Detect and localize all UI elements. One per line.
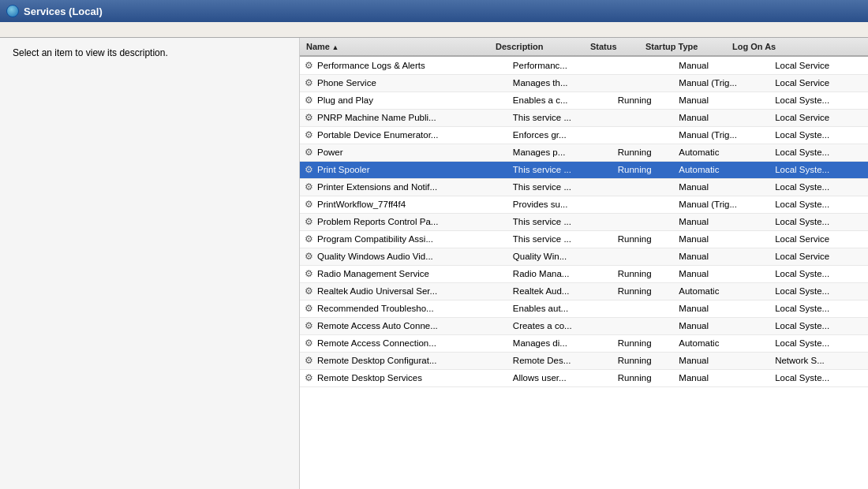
service-status: Running: [615, 230, 676, 248]
table-row[interactable]: ⚙Phone ServiceManages th...Manual (Trig.…: [300, 74, 868, 91]
table-row[interactable]: ⚙Remote Desktop Configurat...Remote Des.…: [300, 352, 868, 369]
table-row[interactable]: ⚙Radio Management ServiceRadio Mana...Ru…: [300, 265, 868, 282]
service-startup-type: Automatic: [675, 161, 772, 178]
service-description: Quality Win...: [510, 248, 615, 265]
service-status: Running: [615, 334, 676, 352]
service-name: Print Spooler: [317, 165, 369, 174]
table-row[interactable]: ⚙PowerManages p...RunningAutomaticLocal …: [300, 144, 868, 161]
service-logon-as: Local Service: [772, 109, 868, 126]
service-status: Running: [615, 91, 676, 109]
services-table: ⚙Performance Logs & AlertsPerformanc...M…: [300, 57, 868, 387]
service-status: Running: [615, 144, 676, 161]
service-logon-as: Local Syste...: [772, 178, 868, 196]
service-startup-type: Manual: [675, 352, 772, 369]
service-startup-type: Manual: [675, 317, 772, 334]
service-description: This service ...: [510, 213, 615, 230]
service-logon-as: Local Service: [772, 57, 868, 74]
table-row[interactable]: ⚙Remote Access Connection...Manages di..…: [300, 334, 868, 352]
table-row[interactable]: ⚙Performance Logs & AlertsPerformanc...M…: [300, 57, 868, 74]
service-status: [615, 109, 676, 126]
window-title: Services (Local): [24, 6, 103, 17]
service-gear-icon: ⚙: [303, 77, 314, 88]
service-name: Power: [317, 147, 343, 157]
service-gear-icon: ⚙: [303, 147, 314, 158]
service-gear-icon: ⚙: [303, 233, 314, 244]
service-name: Remote Access Connection...: [317, 338, 436, 348]
service-name: Quality Windows Audio Vid...: [317, 252, 433, 261]
service-name: Remote Desktop Configurat...: [317, 356, 437, 365]
service-status: [615, 213, 676, 230]
service-name: Performance Logs & Alerts: [317, 61, 425, 70]
services-panel[interactable]: Name Description Status Startup Type Log…: [300, 38, 868, 489]
service-gear-icon: ⚙: [303, 95, 314, 106]
service-name: Realtek Audio Universal Ser...: [317, 286, 437, 296]
service-logon-as: Local Syste...: [772, 213, 868, 230]
col-header-description[interactable]: Description: [492, 42, 587, 51]
service-logon-as: Local Syste...: [772, 282, 868, 300]
service-startup-type: Manual: [675, 230, 772, 248]
service-status: Running: [615, 369, 676, 386]
service-logon-as: Local Service: [772, 230, 868, 248]
service-description: Realtek Aud...: [510, 282, 615, 300]
table-row[interactable]: ⚙Quality Windows Audio Vid...Quality Win…: [300, 248, 868, 265]
service-startup-type: Manual: [675, 369, 772, 386]
services-icon: [6, 5, 19, 17]
service-gear-icon: ⚙: [303, 372, 314, 383]
service-description: This service ...: [510, 161, 615, 178]
service-logon-as: Local Syste...: [772, 91, 868, 109]
service-name: Problem Reports Control Pa...: [317, 217, 438, 226]
table-row[interactable]: ⚙Program Compatibility Assi...This servi…: [300, 230, 868, 248]
service-startup-type: Manual: [675, 178, 772, 196]
service-status: Running: [615, 282, 676, 300]
column-headers: Name Description Status Startup Type Log…: [300, 38, 868, 57]
table-row[interactable]: ⚙Realtek Audio Universal Ser...Realtek A…: [300, 282, 868, 300]
table-row[interactable]: ⚙Printer Extensions and Notif...This ser…: [300, 178, 868, 196]
service-name: Printer Extensions and Notif...: [317, 182, 437, 192]
service-startup-type: Manual: [675, 265, 772, 282]
service-description: This service ...: [510, 230, 615, 248]
service-description: Manages di...: [510, 334, 615, 352]
service-status: [615, 178, 676, 196]
table-row[interactable]: ⚙PrintWorkflow_77ff4f4Provides su...Manu…: [300, 196, 868, 213]
service-startup-type: Automatic: [675, 334, 772, 352]
table-row[interactable]: ⚙Plug and PlayEnables a c...RunningManua…: [300, 91, 868, 109]
service-startup-type: Automatic: [675, 282, 772, 300]
table-row[interactable]: ⚙PNRP Machine Name Publi...This service …: [300, 109, 868, 126]
col-header-startup[interactable]: Startup Type: [642, 42, 729, 51]
table-row[interactable]: ⚙Recommended Troublesho...Enables aut...…: [300, 300, 868, 317]
service-gear-icon: ⚙: [303, 129, 314, 140]
service-logon-as: Local Service: [772, 248, 868, 265]
table-row[interactable]: ⚙Remote Access Auto Conne...Creates a co…: [300, 317, 868, 334]
service-startup-type: Manual (Trig...: [675, 196, 772, 213]
services-list-scroll[interactable]: ⚙Performance Logs & AlertsPerformanc...M…: [300, 57, 868, 489]
service-startup-type: Manual: [675, 213, 772, 230]
table-row[interactable]: ⚙Remote Desktop ServicesAllows user...Ru…: [300, 369, 868, 386]
table-row[interactable]: ⚙Problem Reports Control Pa...This servi…: [300, 213, 868, 230]
service-name: Program Compatibility Assi...: [317, 234, 433, 244]
service-logon-as: Local Syste...: [772, 144, 868, 161]
col-header-logon[interactable]: Log On As: [729, 42, 816, 51]
service-description: Enables a c...: [510, 91, 615, 109]
table-row[interactable]: ⚙Print SpoolerThis service ...RunningAut…: [300, 161, 868, 178]
service-logon-as: Local Syste...: [772, 161, 868, 178]
col-header-name[interactable]: Name: [303, 42, 492, 51]
service-name: Plug and Play: [317, 95, 373, 105]
service-logon-as: Local Syste...: [772, 126, 868, 144]
service-name: Recommended Troublesho...: [317, 304, 434, 313]
service-startup-type: Manual (Trig...: [675, 74, 772, 91]
service-logon-as: Network S...: [772, 352, 868, 369]
service-startup-type: Manual: [675, 248, 772, 265]
service-gear-icon: ⚙: [303, 303, 314, 314]
service-status: Running: [615, 352, 676, 369]
service-description: Creates a co...: [510, 317, 615, 334]
service-status: Running: [615, 161, 676, 178]
service-gear-icon: ⚙: [303, 199, 314, 210]
service-name: Portable Device Enumerator...: [317, 130, 438, 140]
col-header-status[interactable]: Status: [587, 42, 642, 51]
table-row[interactable]: ⚙Portable Device Enumerator...Enforces g…: [300, 126, 868, 144]
service-logon-as: Local Syste...: [772, 196, 868, 213]
service-startup-type: Manual: [675, 109, 772, 126]
service-status: [615, 300, 676, 317]
service-gear-icon: ⚙: [303, 268, 314, 279]
service-description: Enforces gr...: [510, 126, 615, 144]
